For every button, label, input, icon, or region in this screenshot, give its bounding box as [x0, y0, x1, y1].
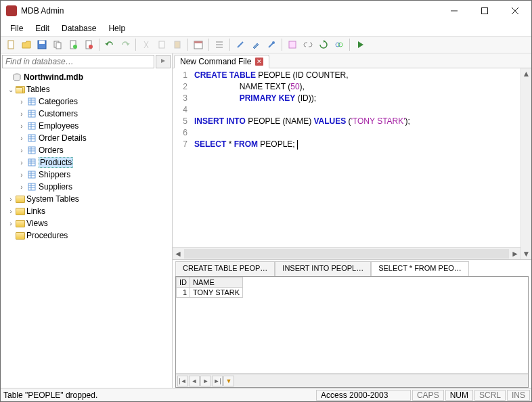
result-tab-active[interactable]: SELECT * FROM PEO…	[371, 261, 469, 276]
nav-prev-icon[interactable]: ◄	[189, 376, 200, 386]
menu-file[interactable]: File	[5, 22, 28, 35]
tree-table-item[interactable]: ›Categories	[1, 95, 172, 108]
editor-hscroll[interactable]: ◄ ►	[173, 247, 520, 259]
tree-table-item[interactable]: ›Customers	[1, 108, 172, 120]
cell-id[interactable]: 1	[177, 288, 190, 298]
result-tab[interactable]: INSERT INTO PEOPL…	[275, 261, 371, 276]
menu-help[interactable]: Help	[103, 22, 131, 35]
results-grid[interactable]: ID NAME 1 TONY STARK	[176, 277, 243, 298]
nav-last-icon[interactable]: ►|	[212, 376, 223, 386]
menu-database[interactable]: Database	[56, 22, 102, 35]
maximize-button[interactable]	[469, 1, 500, 20]
wand-icon[interactable]	[233, 37, 248, 52]
svg-rect-0	[481, 8, 487, 14]
results-nav: |◄ ◄ ► ►| ▼	[175, 374, 529, 388]
app-icon	[6, 5, 17, 16]
expand-icon[interactable]: ›	[17, 135, 26, 142]
dropper-icon[interactable]	[264, 37, 279, 52]
copy-clip-icon[interactable]	[154, 37, 169, 52]
tree-db-node[interactable]: Northwind.mdb	[1, 71, 172, 83]
tree-table-label: Customers	[39, 109, 78, 118]
refresh-icon[interactable]	[316, 37, 331, 52]
editor-tabbar: New Command File ✕	[173, 53, 531, 68]
tree-tables-node[interactable]: ⌄ Tables	[1, 83, 172, 95]
svg-rect-19	[28, 98, 35, 105]
tree-procedures[interactable]: Procedures	[1, 229, 172, 242]
expand-icon[interactable]: ›	[6, 208, 16, 215]
new-file-icon[interactable]	[3, 37, 18, 52]
tree-table-item[interactable]: ›Order Details	[1, 132, 172, 144]
cut-icon[interactable]	[139, 37, 154, 52]
copy-icon[interactable]	[50, 37, 65, 52]
editor-vscroll[interactable]: ▲ ▼	[520, 68, 531, 259]
expand-icon[interactable]: ›	[6, 196, 16, 203]
menu-edit[interactable]: Edit	[30, 22, 55, 35]
redo-icon[interactable]	[118, 37, 133, 52]
expand-icon[interactable]: ›	[17, 159, 26, 166]
run-icon[interactable]	[353, 37, 368, 52]
svg-rect-3	[39, 41, 45, 44]
tree-table-item[interactable]: ›Employees	[1, 120, 172, 132]
save-icon[interactable]	[35, 37, 49, 52]
paste-icon[interactable]	[170, 37, 185, 52]
tree-table-label: Orders	[39, 146, 64, 155]
tree-tables-label: Tables	[26, 85, 50, 94]
find-next-button[interactable]	[156, 55, 171, 68]
table-row[interactable]: 1 TONY STARK	[177, 288, 243, 298]
expand-icon[interactable]: ›	[17, 147, 26, 154]
scroll-up-icon[interactable]: ▲	[521, 68, 531, 79]
expand-icon[interactable]: ›	[17, 122, 26, 130]
link-icon[interactable]	[301, 37, 315, 52]
calendar-icon[interactable]	[191, 37, 206, 52]
scroll-left-icon[interactable]: ◄	[173, 248, 183, 259]
nav-next-icon[interactable]: ►	[200, 376, 211, 386]
filter-icon[interactable]: ▼	[223, 376, 234, 386]
nav-first-icon[interactable]: |◄	[177, 376, 188, 386]
undo-icon[interactable]	[102, 37, 117, 52]
folder-icon	[16, 196, 25, 203]
expand-icon[interactable]: ›	[17, 110, 26, 118]
page-add-icon[interactable]	[66, 37, 81, 52]
list-icon[interactable]	[212, 37, 227, 52]
expand-icon[interactable]: ›	[17, 183, 26, 191]
tree-table-item[interactable]: ›Suppliers	[1, 181, 172, 193]
sql-editor[interactable]: 1234567 CREATE TABLE PEOPLE (ID COUNTER,…	[173, 68, 520, 247]
tree-system-tables[interactable]: ›System Tables	[1, 193, 172, 205]
tree-table-label: Products	[39, 157, 73, 168]
editor-tab[interactable]: New Command File ✕	[174, 55, 269, 68]
code-text[interactable]: CREATE TABLE PEOPLE (ID COUNTER, NAME TE…	[192, 68, 413, 247]
cell-name[interactable]: TONY STARK	[190, 288, 243, 298]
expand-icon[interactable]: ›	[17, 98, 26, 106]
scroll-right-icon[interactable]: ►	[510, 248, 520, 259]
page-remove-icon[interactable]	[81, 37, 96, 52]
expand-icon[interactable]: ›	[6, 220, 16, 227]
database-tree[interactable]: Northwind.mdb ⌄ Tables ›Categories›Custo…	[1, 70, 172, 388]
compact-icon[interactable]	[285, 37, 300, 52]
expand-icon[interactable]: ›	[17, 171, 26, 179]
toolbar	[1, 36, 531, 53]
scroll-down-icon[interactable]: ▼	[521, 248, 531, 259]
sync-icon[interactable]	[332, 37, 347, 52]
brush-icon[interactable]	[248, 37, 263, 52]
svg-rect-21	[28, 122, 35, 129]
tree-links[interactable]: ›Links	[1, 205, 172, 217]
tree-table-label: Order Details	[39, 133, 87, 143]
close-button[interactable]	[500, 1, 530, 20]
close-tab-icon[interactable]: ✕	[255, 58, 263, 66]
svg-rect-5	[56, 43, 61, 49]
minimize-button[interactable]	[439, 1, 469, 20]
svg-point-17	[338, 43, 342, 47]
status-message: Table "PEOPLE" dropped.	[2, 390, 315, 400]
col-header[interactable]: ID	[177, 277, 190, 288]
tree-table-item[interactable]: ›Products	[1, 156, 172, 169]
result-tab[interactable]: CREATE TABLE PEOP…	[175, 261, 275, 276]
tree-views[interactable]: ›Views	[1, 217, 172, 229]
expand-icon[interactable]: ⌄	[6, 86, 16, 93]
open-folder-icon[interactable]	[19, 37, 34, 52]
svg-rect-26	[28, 183, 35, 190]
tree-table-item[interactable]: ›Orders	[1, 144, 172, 156]
find-input[interactable]	[2, 55, 154, 68]
svg-point-7	[73, 45, 77, 49]
col-header[interactable]: NAME	[190, 277, 243, 288]
tree-table-item[interactable]: ›Shippers	[1, 169, 172, 181]
